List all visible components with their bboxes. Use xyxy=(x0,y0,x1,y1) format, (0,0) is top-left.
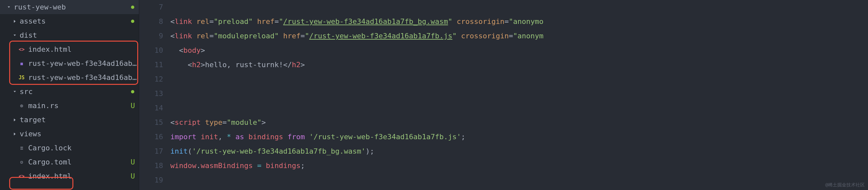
line-number: 10 xyxy=(139,43,163,58)
chevron-right-icon xyxy=(12,117,18,123)
git-modified-dot xyxy=(131,6,134,9)
file-cargo-toml[interactable]: ⚙ Cargo.toml U xyxy=(0,155,139,169)
folder-label: target xyxy=(20,116,139,124)
file-index-html-dist[interactable]: <> index.html xyxy=(0,42,139,56)
code-content[interactable]: <link rel="preload" href="/rust-yew-web-… xyxy=(170,0,868,190)
code-line xyxy=(170,0,868,14)
file-main-rs[interactable]: ⊕ main.rs U xyxy=(0,99,139,113)
line-number: 13 xyxy=(139,87,163,101)
code-line: <body> xyxy=(170,43,868,58)
chevron-right-icon xyxy=(12,18,18,24)
chevron-down-icon xyxy=(12,32,18,38)
code-line xyxy=(170,72,868,87)
file-label: main.rs xyxy=(28,101,139,110)
file-explorer-sidebar: rust-yew-web assets dist <> index.html ◼… xyxy=(0,0,139,190)
folder-label: rust-yew-web xyxy=(14,3,139,11)
file-index-html-root[interactable]: <> index.html U xyxy=(0,169,139,183)
git-untracked-badge: U xyxy=(131,101,135,110)
html-icon: <> xyxy=(18,45,26,54)
folder-label: src xyxy=(20,88,139,96)
git-untracked-badge: U xyxy=(131,158,135,166)
folder-assets[interactable]: assets xyxy=(0,14,139,28)
git-modified-dot xyxy=(131,90,134,93)
code-line: init('/rust-yew-web-f3e34ad16ab1a7fb_bg.… xyxy=(170,144,868,159)
folder-label: assets xyxy=(20,17,139,25)
line-number: 7 xyxy=(139,0,163,14)
chevron-down-icon xyxy=(12,89,18,95)
line-number: 9 xyxy=(139,29,163,43)
folder-target[interactable]: target xyxy=(0,113,139,127)
chevron-down-icon xyxy=(6,4,12,10)
file-label: rust-yew-web-f3e34ad16ab1a7fb_bg.wasm xyxy=(28,59,139,67)
line-number: 8 xyxy=(139,14,163,29)
folder-label: dist xyxy=(20,31,139,39)
code-line xyxy=(170,87,868,101)
file-label: index.html xyxy=(28,45,139,54)
rust-icon: ⊕ xyxy=(18,102,26,110)
code-line: window.wasmBindings = bindings; xyxy=(170,159,868,173)
folder-label: views xyxy=(20,130,139,138)
file-icon: ≡ xyxy=(18,144,26,152)
file-label: index.html xyxy=(28,172,139,180)
line-number: 11 xyxy=(139,58,163,72)
wasm-icon: ◼ xyxy=(18,60,26,67)
line-number: 15 xyxy=(139,115,163,130)
line-number-gutter: 7 8 9 10 11 12 13 14 15 16 17 18 19 xyxy=(139,0,170,190)
file-js[interactable]: JS rust-yew-web-f3e34ad16ab1a7fb.js xyxy=(0,70,139,85)
chevron-right-icon xyxy=(12,131,18,137)
line-number: 12 xyxy=(139,72,163,87)
file-cargo-lock[interactable]: ≡ Cargo.lock xyxy=(0,141,139,155)
code-line: import init, * as bindings from '/rust-y… xyxy=(170,130,868,144)
code-line xyxy=(170,101,868,115)
file-label: Cargo.toml xyxy=(28,158,139,166)
folder-views[interactable]: views xyxy=(0,127,139,141)
file-label: rust-yew-web-f3e34ad16ab1a7fb.js xyxy=(28,73,139,82)
file-label: Cargo.lock xyxy=(28,144,139,152)
git-modified-dot xyxy=(131,20,134,23)
code-line: <link rel="modulepreload" href="/rust-ye… xyxy=(170,29,868,43)
file-wasm[interactable]: ◼ rust-yew-web-f3e34ad16ab1a7fb_bg.wasm xyxy=(0,56,139,70)
code-line: <h2>hello, rust-turnk!</h2> xyxy=(170,58,868,72)
gear-icon: ⚙ xyxy=(18,158,26,166)
code-line: <script type="module"> xyxy=(170,115,868,130)
code-line xyxy=(170,173,868,187)
folder-dist[interactable]: dist xyxy=(0,28,139,42)
code-line: <link rel="preload" href="/rust-yew-web-… xyxy=(170,14,868,29)
js-icon: JS xyxy=(18,74,26,82)
line-number: 16 xyxy=(139,130,163,144)
line-number: 17 xyxy=(139,144,163,159)
folder-src[interactable]: src xyxy=(0,85,139,99)
watermark-text: @稀土掘金技术社区 xyxy=(826,182,865,188)
line-number: 19 xyxy=(139,173,163,187)
git-untracked-badge: U xyxy=(131,172,135,180)
folder-root[interactable]: rust-yew-web xyxy=(0,0,139,14)
line-number: 18 xyxy=(139,159,163,173)
line-number: 14 xyxy=(139,101,163,115)
code-editor[interactable]: 7 8 9 10 11 12 13 14 15 16 17 18 19 <lin… xyxy=(139,0,868,190)
html-icon: <> xyxy=(18,172,26,180)
